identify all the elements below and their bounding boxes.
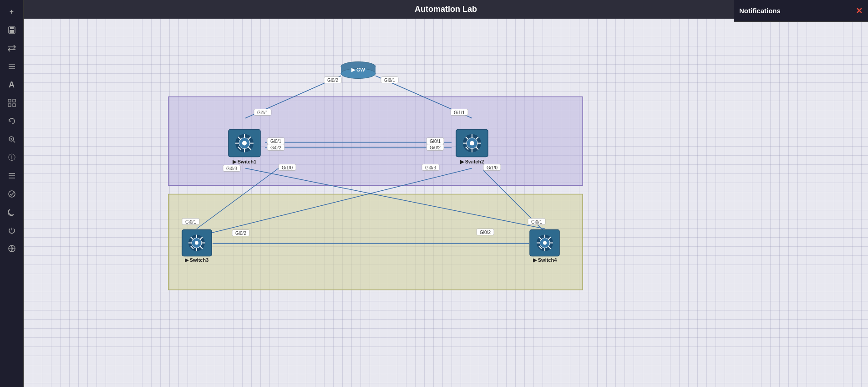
sw1-port-gi10-label: Gi1/0 xyxy=(282,165,293,170)
svg-point-62 xyxy=(242,141,247,146)
sw2-port-bot-label: Gi0/3 xyxy=(425,165,436,170)
notifications-panel: Notifications ✕ xyxy=(734,0,868,22)
notifications-close-button[interactable]: ✕ xyxy=(856,6,863,16)
svg-text:▶ Switch2: ▶ Switch2 xyxy=(460,159,484,164)
sw2-port-l1-label: Gi0/1 xyxy=(430,139,441,144)
sw1-port-r1-label: Gi0/1 xyxy=(270,139,281,144)
refresh-icon[interactable] xyxy=(3,113,21,129)
sw3-port-top-label: Gi0/1 xyxy=(185,219,196,224)
svg-point-75 xyxy=(470,141,474,146)
sw2-port-l2-label: Gi0/2 xyxy=(430,145,441,150)
network-canvas[interactable]: Gi0/2 Gi0/1 Gi1/1 Gi0/1 Gi0/2 Gi0/3 Gi1/… xyxy=(24,19,868,387)
notifications-label: Notifications xyxy=(739,7,781,15)
import-export-icon[interactable] xyxy=(3,40,21,56)
sw3-port-right-label: Gi0/2 xyxy=(235,231,246,236)
svg-text:▶ GW: ▶ GW xyxy=(351,67,365,72)
svg-rect-9 xyxy=(13,99,15,102)
network-diagram: Gi0/2 Gi0/1 Gi1/1 Gi0/1 Gi0/2 Gi0/3 Gi1/… xyxy=(24,19,868,387)
globe-icon[interactable] xyxy=(3,240,21,257)
check-circle-icon[interactable] xyxy=(3,186,21,202)
yellow-group xyxy=(168,194,583,290)
text-icon[interactable]: A xyxy=(3,76,21,93)
layers-icon[interactable] xyxy=(3,58,21,75)
zoom-in-icon[interactable] xyxy=(3,131,21,148)
gw-port-right-label: Gi0/1 xyxy=(384,78,395,83)
list-icon[interactable] xyxy=(3,168,21,184)
info-icon[interactable]: ⓘ xyxy=(3,149,21,166)
svg-rect-11 xyxy=(13,104,15,107)
sidebar: + A xyxy=(0,0,24,387)
svg-text:▶ Switch3: ▶ Switch3 xyxy=(185,257,209,263)
sw1-port-top-label: Gi1/1 xyxy=(257,110,268,115)
svg-rect-8 xyxy=(8,99,11,102)
sw2-port-top-label: Gi1/1 xyxy=(454,110,465,115)
add-icon[interactable]: + xyxy=(3,4,21,20)
gw-port-left-label: Gi0/2 xyxy=(327,78,338,83)
grid-icon[interactable] xyxy=(3,95,21,111)
svg-line-13 xyxy=(13,141,15,143)
page-title: Automation Lab xyxy=(415,5,477,14)
sw4-port-top-label: Gi0/1 xyxy=(531,219,542,224)
moon-icon[interactable] xyxy=(3,204,21,220)
main-content: Automation Lab Notifications ✕ xyxy=(24,0,868,387)
svg-point-88 xyxy=(195,241,198,245)
sw1-port-bot-label: Gi0/3 xyxy=(226,166,237,171)
title-bar: Automation Lab Notifications ✕ xyxy=(24,0,868,19)
svg-text:▶ Switch1: ▶ Switch1 xyxy=(233,159,257,164)
svg-text:▶ Switch4: ▶ Switch4 xyxy=(533,257,558,263)
svg-rect-1 xyxy=(10,27,14,29)
sw1-port-r2-label: Gi0/2 xyxy=(270,145,281,150)
sw4-port-left-label: Gi0/2 xyxy=(480,230,491,235)
svg-rect-2 xyxy=(10,30,14,33)
sw2-port-gi10-label: Gi1/0 xyxy=(487,165,497,170)
power-icon[interactable] xyxy=(3,222,21,239)
save-icon[interactable] xyxy=(3,22,21,38)
svg-point-19 xyxy=(9,191,15,197)
svg-rect-10 xyxy=(8,104,11,107)
svg-point-101 xyxy=(543,241,547,245)
